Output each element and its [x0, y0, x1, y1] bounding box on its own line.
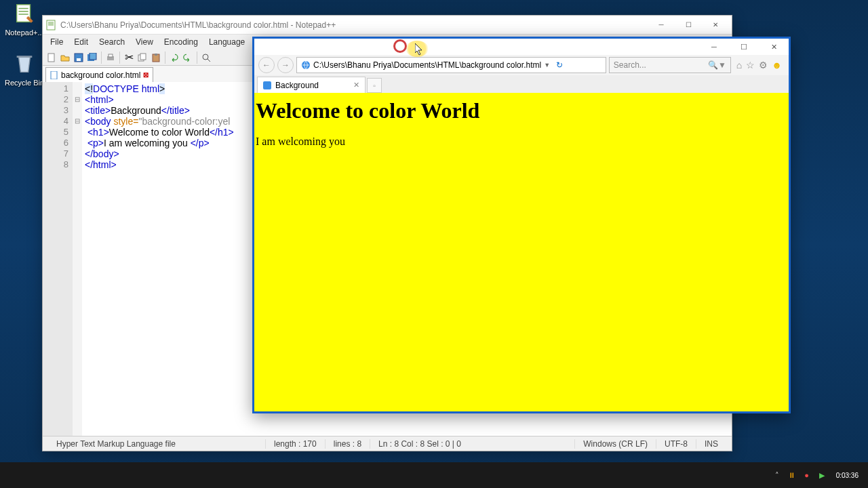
svg-rect-10 [140, 54, 146, 60]
desktop-icon-recyclebin[interactable]: Recycle Bin [4, 53, 45, 87]
svg-rect-14 [51, 71, 57, 79]
copy-icon[interactable] [136, 52, 149, 64]
status-position: Ln : 8 Col : 8 Sel : 0 | 0 [370, 439, 469, 449]
tray-play-icon[interactable]: ▶ [817, 470, 827, 480]
svg-rect-6 [90, 53, 96, 60]
home-icon[interactable]: ⌂ [736, 60, 742, 70]
fold-gutter[interactable]: ⊟ ⊟ [73, 82, 82, 439]
back-button[interactable]: ← [258, 57, 275, 73]
app-icon [45, 20, 56, 30]
close-tab-icon[interactable]: ⊠ [143, 71, 149, 79]
menu-edit[interactable]: Edit [69, 36, 93, 48]
new-file-icon[interactable] [45, 52, 58, 64]
minimize-button[interactable]: ─ [648, 16, 675, 35]
tray-record-icon[interactable]: ● [802, 470, 812, 480]
menu-language[interactable]: Language [204, 36, 250, 48]
browser-tab-bar: Background ✕ ▫ [254, 75, 789, 93]
navigation-bar: ← → C:\Users\Bhanu Priya\Documents\HTML\… [254, 55, 789, 75]
refresh-icon[interactable]: ↻ [553, 60, 566, 70]
ie-icon [301, 60, 311, 70]
line-number-gutter: 12345678 [43, 82, 73, 439]
window-title: C:\Users\Bhanu Priya\Documents\HTML\back… [60, 20, 648, 30]
ie-window: ─ ☐ ✕ ← → C:\Users\Bhanu Priya\Documents… [252, 37, 791, 413]
save-icon[interactable] [73, 52, 85, 64]
notepad-icon [13, 3, 36, 26]
new-tab-button[interactable]: ▫ [367, 78, 382, 93]
tray-chevron-icon[interactable]: ˄ [772, 470, 782, 480]
maximize-button[interactable]: ☐ [675, 16, 702, 35]
recycle-bin-icon [13, 53, 36, 76]
svg-rect-2 [48, 54, 54, 62]
status-mode: INS [696, 439, 726, 449]
titlebar[interactable]: C:\Users\Bhanu Priya\Documents\HTML\back… [43, 16, 732, 35]
status-encoding: UTF-8 [656, 439, 696, 449]
taskbar[interactable]: ˄ ⏸ ● ▶ 0:03:36 [0, 462, 868, 488]
page-heading: Welcome to color World [256, 98, 789, 123]
search-placeholder: Search... [614, 60, 646, 70]
status-filetype: Hyper Text Markup Language file [48, 439, 265, 449]
tools-icon[interactable]: ⚙ [759, 60, 768, 70]
svg-point-13 [203, 54, 208, 60]
undo-icon[interactable] [168, 52, 180, 64]
desktop-icon-notepadpp[interactable]: Notepad+... [4, 3, 45, 37]
file-tab[interactable]: background color.html ⊠ [45, 67, 153, 82]
find-icon[interactable] [200, 52, 212, 64]
open-file-icon[interactable] [59, 52, 71, 64]
svg-rect-12 [155, 54, 157, 56]
status-eol: Windows (CR LF) [574, 439, 656, 449]
search-dropdown-icon[interactable]: ▼ [718, 60, 726, 70]
save-all-icon[interactable] [86, 52, 98, 64]
paste-icon[interactable] [150, 52, 162, 64]
browser-tab[interactable]: Background ✕ [257, 77, 366, 93]
forward-button[interactable]: → [277, 57, 294, 73]
page-paragraph: I am welcoming you [256, 136, 789, 148]
ie-titlebar[interactable]: ─ ☐ ✕ [254, 39, 789, 55]
smiley-icon[interactable]: ☻ [772, 60, 782, 70]
desktop-icon-label: Notepad+... [4, 28, 45, 37]
svg-rect-8 [108, 54, 113, 57]
maximize-button[interactable]: ☐ [729, 39, 759, 55]
search-box[interactable]: Search... 🔍 ▼ [609, 57, 731, 73]
status-bar: Hyper Text Markup Language file length :… [43, 436, 732, 451]
minimize-button[interactable]: ─ [699, 39, 729, 55]
close-tab-icon[interactable]: ✕ [353, 81, 359, 89]
file-tab-label: background color.html [61, 70, 140, 80]
redo-icon[interactable] [182, 52, 194, 64]
status-lines: lines : 8 [325, 439, 370, 449]
cut-icon[interactable]: ✂ [123, 52, 135, 64]
system-tray[interactable]: ˄ ⏸ ● ▶ 0:03:36 [772, 470, 863, 480]
tray-pause-icon[interactable]: ⏸ [787, 470, 797, 480]
search-icon[interactable]: 🔍 [708, 60, 718, 70]
close-button[interactable]: ✕ [759, 39, 789, 55]
dropdown-icon[interactable]: ▼ [544, 62, 550, 68]
url-text: C:\Users\Bhanu Priya\Documents\HTML\back… [313, 60, 541, 70]
menu-view[interactable]: View [131, 36, 158, 48]
rendered-page: Welcome to color World I am welcoming yo… [254, 93, 789, 411]
close-button[interactable]: ✕ [702, 16, 729, 35]
file-icon [50, 71, 58, 79]
menu-file[interactable]: File [45, 36, 68, 48]
status-length: length : 170 [265, 439, 325, 449]
address-bar[interactable]: C:\Users\Bhanu Priya\Documents\HTML\back… [296, 57, 606, 73]
desktop-icon-label: Recycle Bin [4, 79, 45, 87]
favorites-icon[interactable]: ☆ [746, 60, 755, 70]
print-icon[interactable] [104, 52, 117, 64]
tab-title: Background [275, 81, 319, 90]
menu-encoding[interactable]: Encoding [159, 36, 203, 48]
clock[interactable]: 0:03:36 [832, 472, 863, 479]
svg-rect-4 [77, 58, 81, 61]
menu-search[interactable]: Search [94, 36, 130, 48]
favicon [263, 81, 271, 89]
